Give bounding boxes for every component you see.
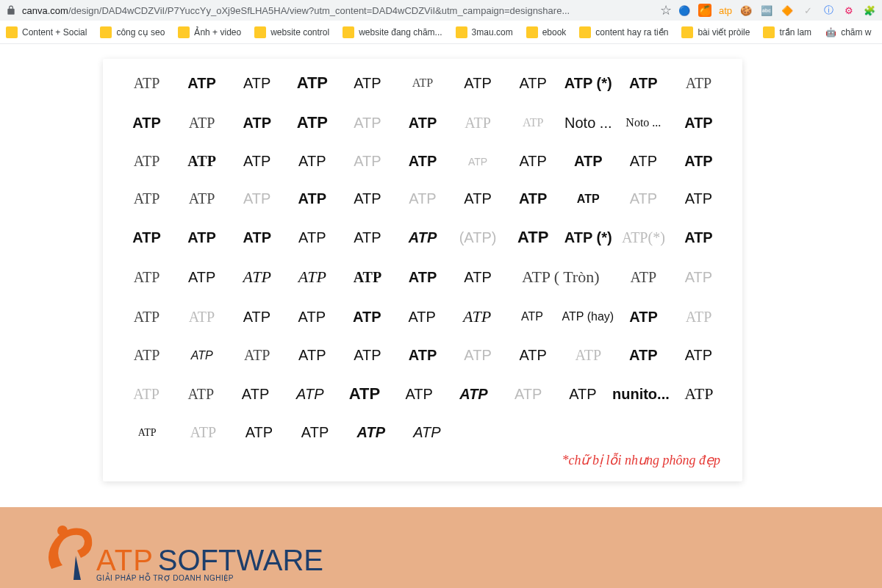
bookmark-label: Ảnh + video (194, 27, 241, 37)
bookmark-item[interactable]: trần lam (763, 26, 811, 38)
folder-icon (763, 26, 775, 38)
font-sample: ATP (563, 193, 614, 206)
font-sample: ATP (232, 115, 282, 132)
font-sample: ATP (673, 347, 724, 364)
font-sample: ATP (674, 384, 724, 404)
bookmark-label: website đang chăm... (359, 27, 442, 37)
font-sample: ATP (176, 190, 227, 207)
font-sample: ATP (345, 424, 397, 441)
ext-icon-5[interactable]: 🔤 (760, 4, 773, 17)
font-sample: nunito... (612, 386, 670, 403)
font-sample: ATP (508, 228, 559, 247)
font-sample: ATP (618, 347, 669, 364)
font-sample: ATP (*) (563, 229, 614, 246)
ext-icon-1[interactable]: 🔵 (678, 4, 691, 17)
font-sample: ATP (508, 75, 559, 92)
ext-icon-9[interactable]: ⚙ (842, 4, 856, 17)
font-row: ATPATPATPATPATPATPATPATPATP (hay)ATPATP (121, 307, 724, 326)
font-sample: ATP (452, 307, 503, 326)
font-sample: ATP (121, 269, 172, 286)
star-icon[interactable]: ☆ (660, 2, 672, 18)
font-sample: ATP (287, 190, 337, 207)
font-sample: ATP (453, 75, 503, 92)
address-bar: canva.com/design/DAD4wCDZViI/P7YuccYy_oX… (0, 0, 882, 21)
url-domain: canva.com (22, 5, 68, 16)
font-sample: ATP (618, 75, 669, 92)
font-sample: ATP (232, 268, 282, 287)
extension-icons: 🔵 🍊 atp 🍪 🔤 🔶 ✓ ⓘ ⚙ 🧩 (672, 4, 876, 17)
font-sample: ATP (176, 386, 226, 403)
font-row: ATPATPATPATPATPATPATPATPATPATPATP (121, 347, 724, 364)
bookmark-item[interactable]: bài viết pròile (681, 26, 750, 38)
design-card[interactable]: ATPATPATPATPATPATPATPATPATP (*)ATPATPATP… (103, 59, 742, 481)
folder-icon (456, 26, 467, 38)
ext-icon-6[interactable]: 🔶 (781, 4, 794, 17)
url-text[interactable]: canva.com/design/DAD4wCDZViI/P7YuccYy_oX… (22, 5, 660, 16)
font-sample: ATP (232, 229, 282, 246)
font-sample: ATP (176, 153, 227, 170)
font-sample: Noto ... (563, 115, 614, 132)
font-sample: Noto ... (618, 116, 669, 129)
font-sample: ATP (232, 190, 282, 207)
font-row: ATPATPATPATPATPATP(ATP)ATPATP (*)ATP(*)A… (121, 228, 724, 247)
font-sample: ATP (hay) (562, 310, 614, 323)
font-sample: ATP (397, 269, 448, 286)
font-sample: ATP (121, 347, 172, 364)
font-sample: ATP (342, 75, 392, 92)
folder-icon (6, 26, 18, 38)
bookmark-item[interactable]: Ảnh + video (178, 26, 241, 38)
font-sample: ATP (287, 229, 337, 246)
bookmark-item[interactable]: website control (254, 26, 329, 38)
font-sample: ATP (397, 309, 448, 326)
font-sample: ATP (289, 424, 340, 441)
font-grid: ATPATPATPATPATPATPATPATPATP (*)ATPATPATP… (121, 74, 724, 441)
bookmark-item[interactable]: 3mau.com (456, 26, 513, 38)
font-sample: ATP (618, 269, 669, 286)
font-sample: ATP (342, 153, 392, 170)
font-sample: ATP (397, 190, 448, 207)
font-sample: ATP (*) (563, 75, 614, 92)
bookmark-label: content hay ra tiền (595, 27, 668, 37)
ext-icon-4[interactable]: 🍪 (739, 4, 753, 17)
font-sample: ATP (508, 153, 559, 170)
font-sample: ATP (232, 347, 282, 364)
folder-icon (178, 26, 190, 38)
font-sample: ATP (508, 347, 559, 364)
font-sample: ATP (121, 115, 172, 132)
atp-logo: ATP SOFTWARE GIẢI PHÁP HỖ TRỢ DOANH NGHI… (40, 517, 323, 582)
bookmark-item[interactable]: Content + Social (6, 26, 87, 38)
bookmark-item[interactable]: content hay ra tiền (579, 26, 668, 38)
bookmark-item[interactable]: ebook (526, 26, 567, 38)
bookmark-item[interactable]: 🤖chăm w (825, 26, 871, 38)
ext-icon-8[interactable]: ⓘ (822, 4, 835, 17)
font-sample: ATP (618, 153, 669, 170)
bookmark-label: 3mau.com (472, 27, 513, 37)
font-sample: ATP ( Tròn) (508, 268, 614, 287)
logo-text-atp: ATP (96, 544, 154, 577)
font-sample: ATP (342, 269, 392, 286)
bookmark-label: bài viết pròile (698, 27, 750, 37)
font-sample: ATP (397, 115, 448, 132)
font-sample: ATP (342, 190, 392, 207)
font-sample: ATP (176, 229, 227, 246)
font-sample: ATP (287, 74, 337, 93)
font-sample: ATP (673, 229, 724, 246)
ext-icon-2[interactable]: 🍊 (698, 4, 711, 17)
font-sample: ATP (448, 386, 498, 403)
bookmark-item[interactable]: công cụ seo (100, 26, 165, 38)
bookmark-item[interactable]: website đang chăm... (343, 26, 442, 38)
font-row: ATPATPATPATPATPATPATPATP ( Tròn)ATPATP (121, 268, 724, 287)
font-sample: ATP (177, 424, 229, 441)
ext-icon-7[interactable]: ✓ (801, 4, 814, 17)
font-row: ATPATPATPATPATPATP (121, 424, 453, 441)
font-sample: ATP (453, 190, 503, 207)
font-sample: ATP (285, 386, 335, 403)
ext-icon-3[interactable]: atp (719, 4, 732, 17)
font-row: ATPATPATPATPATPATPATPATPNoto ...Noto ...… (121, 113, 724, 132)
font-sample: ATP (618, 190, 669, 207)
bookmark-label: website control (270, 27, 329, 37)
font-sample: ATP (232, 153, 282, 170)
extensions-icon[interactable]: 🧩 (863, 4, 876, 17)
folder-icon (681, 26, 693, 38)
canvas-stage: ATPATPATPATPATPATPATPATPATP (*)ATPATPATP… (0, 44, 882, 507)
